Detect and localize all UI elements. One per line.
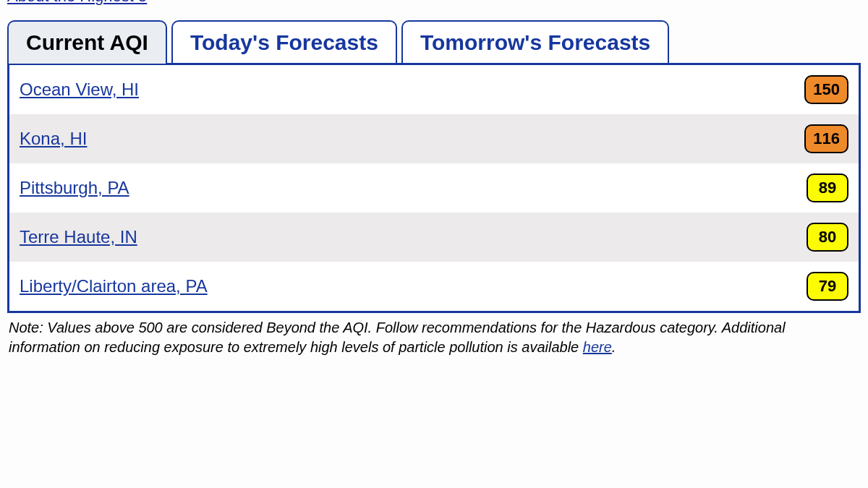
tab-bar: Current AQI Today's Forecasts Tomorrow's… (7, 20, 864, 64)
location-link[interactable]: Terre Haute, IN (20, 227, 137, 247)
note-text-post: . (612, 339, 616, 355)
tab-current-aqi[interactable]: Current AQI (7, 20, 167, 64)
about-highest-5-link[interactable]: About the Highest 5 (7, 0, 147, 6)
footer-note: Note: Values above 500 are considered Be… (9, 318, 859, 357)
table-row: Liberty/Clairton area, PA 79 (9, 262, 859, 311)
tab-tomorrows-forecasts[interactable]: Tomorrow's Forecasts (401, 20, 669, 64)
table-row: Terre Haute, IN 80 (9, 213, 859, 262)
aqi-badge: 89 (807, 174, 848, 202)
aqi-badge: 150 (804, 75, 848, 104)
location-link[interactable]: Kona, HI (20, 129, 87, 149)
location-link[interactable]: Pittsburgh, PA (20, 178, 129, 198)
aqi-panel: Ocean View, HI 150 Kona, HI 116 Pittsbur… (7, 63, 861, 313)
aqi-badge: 80 (807, 223, 848, 252)
table-row: Ocean View, HI 150 (9, 65, 859, 114)
tab-todays-forecasts[interactable]: Today's Forecasts (171, 20, 397, 64)
location-link[interactable]: Liberty/Clairton area, PA (20, 276, 208, 296)
note-here-link[interactable]: here (583, 339, 612, 355)
location-link[interactable]: Ocean View, HI (20, 80, 139, 100)
aqi-badge: 116 (804, 124, 848, 153)
note-text-pre: Note: Values above 500 are considered Be… (9, 320, 786, 355)
table-row: Kona, HI 116 (9, 114, 859, 163)
table-row: Pittsburgh, PA 89 (9, 163, 859, 213)
aqi-badge: 79 (807, 272, 848, 301)
